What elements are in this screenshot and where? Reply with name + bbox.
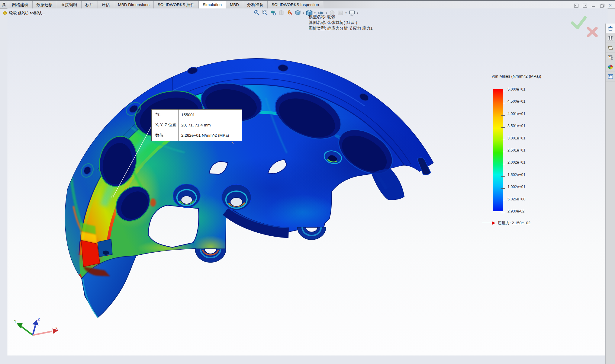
probe-position-label: X, Y, Z 位置 [152,120,179,130]
restore-button[interactable] [599,3,604,8]
yield-arrow-head [492,222,495,225]
taskpane-home-button[interactable] [605,24,615,33]
appearances-ball-icon [607,64,613,70]
previous-view-icon [270,10,276,16]
probe-value-value: 2.262e+01 N/mm^2 (MPa) [179,130,242,141]
design-library-icon [607,35,613,41]
plot-type-line: 图解类型: 静应力分析 节应力 应力1 [309,25,373,31]
triad-z-label: Z [37,318,40,322]
section-view-icon [278,10,285,16]
probe-position-value: 20, 71, 71.4 mm [179,120,242,130]
legend-color-bar [493,89,503,211]
view-orientation-button[interactable] [294,9,301,17]
zoom-to-area-button[interactable] [261,9,269,17]
legend-tick: 3.001e+01 [507,136,525,141]
legend-tick: 1.502e+01 [507,172,525,177]
study-name-line: 算例名称: 余弦载荷(-默认-) [309,20,373,25]
legend-title: von Mises (N/mm^2 (MPa)) [492,74,541,78]
home-icon [607,25,613,31]
probe-value-label: 数值: [152,130,179,141]
close-button[interactable]: ✕ [608,3,613,8]
stress-legend: von Mises (N/mm^2 (MPa)) 5.000e+01 4.500… [482,74,561,237]
legend-tick: 2.930e-02 [507,209,524,214]
collapse-left-icon [574,4,578,8]
section-view-button[interactable] [278,9,285,17]
triad-y-label: Y [14,319,17,324]
custom-properties-icon [607,74,613,80]
probe-node-value: 155001 [179,110,242,120]
previous-view-button[interactable] [269,9,277,17]
feature-tree-root[interactable]: 轮毂 (默认) <<默认... [2,10,45,16]
tab-data-migration[interactable]: 数据迁移 [33,1,57,8]
view-orientation-icon [295,10,301,16]
tab-mbd-dimensions[interactable]: MBD Dimensions [114,1,154,8]
taskpane-appearances-button[interactable] [606,62,615,72]
tab-mesh-modeling[interactable]: 网格建模 [8,1,33,8]
minimize-icon [592,6,595,7]
view-orientation-dropdown[interactable]: ▾ [302,11,305,14]
minimize-button[interactable] [591,3,596,8]
collapse-right-pane-button[interactable] [582,3,587,8]
tab-evaluate[interactable]: 评估 [98,1,114,8]
legend-tick: 2.002e+01 [507,160,525,165]
lug-hole [222,184,251,210]
close-icon: ✕ [608,3,612,8]
legend-tick: 5.000e+01 [507,87,525,92]
task-pane [605,24,615,364]
legend-tick: 1.002e+01 [507,184,525,189]
tab-direct-editing[interactable]: 直接编辑 [57,1,82,8]
taskpane-design-library-button[interactable] [606,33,615,43]
yield-arrow [482,223,492,223]
stress-orange-spot [150,199,156,207]
probe-node-label: 节: [152,110,179,120]
zoom-to-fit-icon [254,10,260,16]
taskpane-file-explorer-button[interactable] [606,43,615,53]
tab-markup[interactable]: 标注 [82,1,98,8]
tab-simulation[interactable]: Simulation [199,1,226,9]
plot-header: 模型名称: 轮毂 算例名称: 余弦载荷(-默认-) 图解类型: 静应力分析 节应… [309,14,373,31]
zoom-to-area-icon [262,10,268,16]
collapse-right-icon [583,4,587,8]
command-manager-tabbar: 具 网格建模 数据迁移 直接编辑 标注 评估 MBD Dimensions SO… [0,1,615,9]
view-palette-icon [607,54,613,60]
legend-tick: 2.501e+01 [507,148,525,153]
window-controls: ✕ [574,2,613,8]
dynamic-annotation-button[interactable] [286,9,293,17]
annotation-icon [286,10,293,16]
folder-icon [607,45,613,51]
collapse-left-pane-button[interactable] [574,3,579,8]
legend-tick: 3.501e+01 [507,123,525,128]
zoom-to-fit-button[interactable] [253,9,261,17]
yield-strength-label: 屈服力: 2.150e+02 [498,220,530,226]
legend-tick: 5.026e+00 [507,197,525,202]
tab-tools[interactable]: 具 [0,1,8,8]
yield-strength-row: 屈服力: 2.150e+02 [482,220,530,226]
lug-hole [173,184,200,208]
tab-analysis-preparation[interactable]: 分析准备 [243,1,268,8]
model-name-line: 模型名称: 轮毂 [309,14,373,20]
taskpane-view-palette-button[interactable] [606,53,615,62]
taskpane-custom-properties-button[interactable] [606,72,615,81]
tab-solidworks-inspection[interactable]: SOLIDWORKS Inspection [268,1,323,8]
probe-callout[interactable]: 节: 155001 X, Y, Z 位置 20, 71, 71.4 mm 数值:… [151,109,242,141]
tab-solidworks-addins[interactable]: SOLIDWORKS 插件 [154,1,199,8]
graphics-area[interactable]: Y Z X 轮毂 (默认) <<默认... [0,8,615,364]
solidworks-window: 具 网格建模 数据迁移 直接编辑 标注 评估 MBD Dimensions SO… [0,0,615,364]
legend-tick: 4.001e+01 [507,111,525,116]
probe-max-marker: ^ [231,141,234,146]
restore-icon [600,5,604,8]
triad-x-label: X [55,326,58,330]
part-icon [2,11,8,15]
tab-mbd[interactable]: MBD [226,1,243,8]
legend-tick: 4.500e+01 [507,99,525,104]
